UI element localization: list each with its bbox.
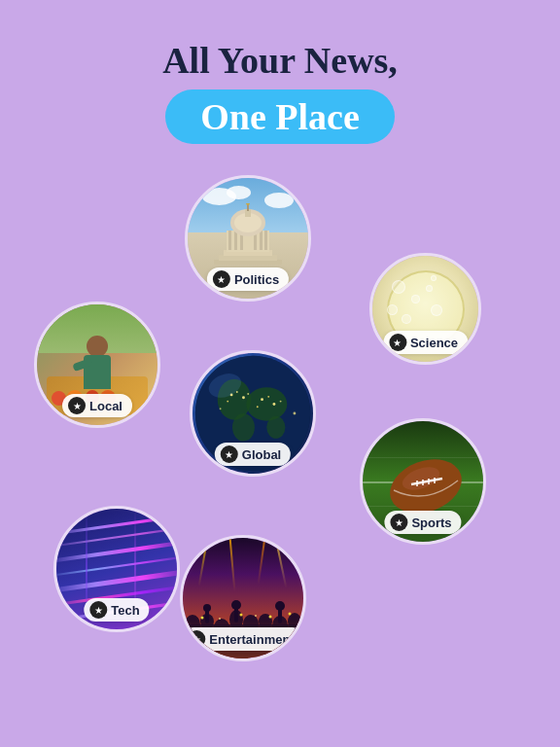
svg-point-57: [275, 601, 285, 611]
svg-point-32: [220, 408, 222, 409]
global-label: Global: [242, 447, 281, 462]
categories-area: ★ Politics ★: [0, 156, 560, 739]
science-label: Science: [410, 336, 458, 350]
svg-point-63: [255, 615, 257, 617]
svg-point-15: [246, 203, 250, 205]
science-star-icon: ★: [389, 334, 406, 351]
page-container: All Your News, One Place: [0, 0, 560, 747]
svg-point-56: [203, 604, 211, 612]
politics-label: Politics: [234, 272, 279, 287]
title-highlight: One Place: [165, 89, 395, 144]
science-badge: ★ Science: [383, 331, 468, 354]
politics-circle: ★ Politics: [185, 175, 311, 302]
category-local[interactable]: ★ Local: [34, 302, 160, 428]
tech-circle: ★ Tech: [53, 506, 180, 632]
title-line1: All Your News,: [0, 39, 560, 82]
svg-point-20: [232, 413, 255, 442]
svg-point-60: [269, 616, 272, 619]
category-sports[interactable]: ★ Sports: [360, 418, 486, 545]
sports-circle: ★ Sports: [360, 418, 486, 545]
tech-label: Tech: [111, 603, 139, 618]
svg-rect-9: [264, 231, 267, 250]
politics-badge: ★ Politics: [207, 267, 289, 291]
svg-point-30: [280, 401, 282, 403]
sports-label: Sports: [411, 516, 451, 530]
svg-point-55: [231, 600, 241, 610]
svg-point-21: [266, 416, 285, 439]
svg-point-61: [289, 613, 292, 616]
local-badge: ★ Local: [62, 394, 132, 417]
entertainment-star-icon: ★: [188, 630, 205, 648]
sports-badge: ★ Sports: [384, 511, 461, 534]
local-star-icon: ★: [68, 397, 86, 414]
entertainment-label: Entertainment: [209, 632, 294, 647]
global-circle: ★ Global: [190, 350, 316, 477]
tech-star-icon: ★: [89, 601, 107, 619]
category-entertainment[interactable]: ★ Entertainment: [180, 535, 306, 661]
svg-point-27: [261, 398, 263, 401]
svg-point-28: [267, 396, 269, 398]
tech-badge: ★ Tech: [84, 598, 149, 622]
science-circle: ★ Science: [369, 253, 481, 365]
svg-point-25: [227, 401, 228, 403]
svg-point-26: [247, 393, 249, 395]
svg-point-19: [246, 387, 287, 420]
svg-rect-5: [234, 231, 237, 250]
header: All Your News, One Place: [0, 0, 560, 144]
global-star-icon: ★: [221, 445, 238, 463]
svg-point-24: [242, 396, 245, 399]
svg-point-33: [293, 412, 296, 415]
svg-point-59: [240, 614, 243, 617]
svg-rect-8: [260, 231, 262, 250]
svg-rect-4: [228, 231, 231, 250]
svg-point-29: [273, 403, 276, 406]
entertainment-badge: ★ Entertainment: [182, 627, 303, 651]
politics-star-icon: ★: [213, 270, 230, 288]
svg-point-31: [257, 406, 259, 408]
title-line2: One Place: [200, 96, 360, 137]
category-tech[interactable]: ★ Tech: [53, 506, 180, 632]
category-politics[interactable]: ★ Politics: [185, 175, 311, 302]
category-global[interactable]: ★ Global: [190, 350, 316, 477]
category-science[interactable]: ★ Science: [369, 253, 481, 365]
global-badge: ★ Global: [215, 443, 291, 466]
local-circle: ★ Local: [34, 302, 160, 428]
entertainment-circle: ★ Entertainment: [180, 535, 306, 661]
local-label: Local: [89, 399, 122, 413]
sports-star-icon: ★: [390, 514, 407, 531]
